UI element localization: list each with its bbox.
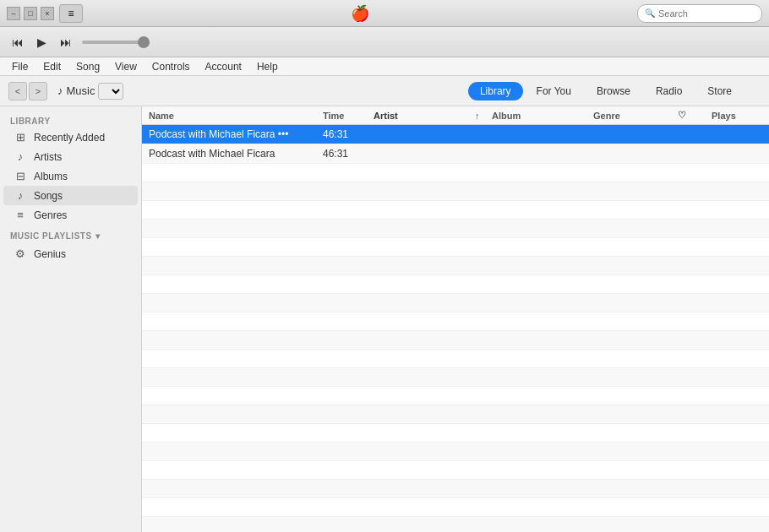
- search-box[interactable]: 🔍: [637, 4, 762, 23]
- cell-time: 46:31: [323, 128, 374, 140]
- genres-icon: ≡: [14, 209, 27, 221]
- sidebar-item-label-recently-added: Recently Added: [34, 132, 105, 144]
- table-row[interactable]: [142, 517, 769, 532]
- transport-bar: ⏮ ▶ ⏭: [0, 27, 769, 57]
- table-row[interactable]: [142, 164, 769, 182]
- music-playlists-header[interactable]: Music Playlists ▾: [0, 228, 141, 244]
- menu-song[interactable]: Song: [69, 59, 106, 74]
- minimize-button[interactable]: –: [7, 7, 20, 20]
- table-row[interactable]: [142, 480, 769, 498]
- table-row[interactable]: Podcast with Michael Ficara ••• 46:31: [142, 125, 769, 144]
- title-bar: – □ × ≡ 🍎 🔍: [0, 0, 769, 27]
- tab-for-you[interactable]: For You: [525, 82, 583, 100]
- maximize-button[interactable]: □: [24, 7, 37, 20]
- table-row[interactable]: [142, 368, 769, 387]
- table-body: Podcast with Michael Ficara ••• 46:31 Po…: [142, 125, 769, 532]
- sidebar-item-albums[interactable]: ⊟ Albums: [3, 166, 138, 186]
- table-row[interactable]: [142, 257, 769, 275]
- table-row[interactable]: [142, 405, 769, 424]
- col-name[interactable]: Name: [149, 111, 323, 121]
- table-row[interactable]: [142, 442, 769, 461]
- title-bar-right: 🔍: [637, 4, 762, 23]
- table-row[interactable]: [142, 331, 769, 350]
- table-row[interactable]: [142, 294, 769, 312]
- menu-edit[interactable]: Edit: [36, 59, 68, 74]
- list-view-button[interactable]: ≡: [59, 4, 83, 23]
- sidebar-item-label-artists: Artists: [34, 151, 62, 163]
- table-row[interactable]: [142, 424, 769, 442]
- content-area: Name Time Artist ↑ Album Genre ♡ Plays P…: [142, 106, 769, 532]
- songs-icon: ♪: [14, 189, 27, 202]
- table-row[interactable]: [142, 182, 769, 201]
- table-row[interactable]: [142, 201, 769, 220]
- tab-store[interactable]: Store: [695, 82, 744, 100]
- col-plays[interactable]: Plays: [712, 111, 762, 121]
- back-button[interactable]: <: [8, 82, 27, 100]
- col-time[interactable]: Time: [323, 111, 374, 121]
- sidebar-item-recently-added[interactable]: ⊞ Recently Added: [3, 128, 138, 147]
- sidebar-item-genius[interactable]: ⚙ Genius: [3, 244, 138, 263]
- sidebar-item-artists[interactable]: ♪ Artists: [3, 147, 138, 166]
- table-row[interactable]: Podcast with Michael Ficara 46:31: [142, 144, 769, 164]
- window-controls: – □ ×: [7, 7, 54, 20]
- chevron-down-icon: ▾: [95, 231, 101, 241]
- library-section-label: Library: [0, 113, 141, 128]
- cell-time: 46:31: [323, 148, 374, 160]
- nav-arrows: < >: [8, 82, 47, 100]
- search-icon: 🔍: [645, 8, 655, 18]
- menu-help[interactable]: Help: [250, 59, 285, 74]
- col-heart: ♡: [678, 110, 712, 121]
- menu-view[interactable]: View: [108, 59, 144, 74]
- rewind-button[interactable]: ⏮: [8, 34, 27, 51]
- menu-bar: File Edit Song View Controls Account Hel…: [0, 57, 769, 76]
- list-icon: ≡: [68, 8, 74, 19]
- table-row[interactable]: [142, 498, 769, 517]
- tab-browse[interactable]: Browse: [585, 82, 642, 100]
- music-text: Music: [67, 84, 95, 97]
- menu-file[interactable]: File: [5, 59, 35, 74]
- sidebar-item-label-genius: Genius: [34, 248, 66, 260]
- table-row[interactable]: [142, 312, 769, 331]
- genius-icon: ⚙: [14, 247, 27, 260]
- table-row[interactable]: [142, 238, 769, 257]
- music-selector[interactable]: [98, 83, 123, 100]
- col-artist[interactable]: Artist: [374, 111, 475, 121]
- sidebar: Library ⊞ Recently Added ♪ Artists ⊟ Alb…: [0, 106, 142, 532]
- col-album[interactable]: Album: [492, 111, 593, 121]
- table-row[interactable]: [142, 387, 769, 405]
- music-label: ♪ Music: [57, 83, 123, 100]
- search-input[interactable]: [658, 8, 755, 19]
- table-row[interactable]: [142, 220, 769, 238]
- table-row[interactable]: [142, 461, 769, 480]
- sidebar-item-label-genres: Genres: [34, 209, 67, 221]
- volume-slider[interactable]: [82, 41, 150, 44]
- table-row[interactable]: [142, 275, 769, 294]
- menu-controls[interactable]: Controls: [145, 59, 197, 74]
- nav-tabs: Library For You Browse Radio Store: [468, 82, 744, 100]
- forward-button[interactable]: >: [29, 82, 47, 100]
- tab-radio[interactable]: Radio: [644, 82, 694, 100]
- tab-library[interactable]: Library: [468, 82, 523, 100]
- albums-icon: ⊟: [14, 170, 27, 182]
- fast-forward-button[interactable]: ⏭: [57, 34, 75, 51]
- close-button[interactable]: ×: [41, 7, 54, 20]
- volume-thumb[interactable]: [138, 36, 150, 48]
- col-genre[interactable]: Genre: [593, 111, 678, 121]
- cell-name: Podcast with Michael Ficara: [149, 148, 323, 160]
- play-button[interactable]: ▶: [34, 34, 50, 51]
- recently-added-icon: ⊞: [14, 131, 27, 144]
- nav-bar: < > ♪ Music Library For You Browse Radio…: [0, 76, 769, 106]
- title-bar-left: – □ × ≡: [7, 4, 83, 23]
- apple-logo: 🍎: [351, 4, 369, 23]
- sidebar-item-songs[interactable]: ♪ Songs: [3, 186, 138, 205]
- main-layout: Library ⊞ Recently Added ♪ Artists ⊟ Alb…: [0, 106, 769, 532]
- table-header: Name Time Artist ↑ Album Genre ♡ Plays: [142, 106, 769, 125]
- table-row[interactable]: [142, 350, 769, 368]
- sidebar-item-genres[interactable]: ≡ Genres: [3, 205, 138, 225]
- menu-account[interactable]: Account: [199, 59, 248, 74]
- sidebar-item-label-albums: Albums: [34, 171, 68, 182]
- artists-icon: ♪: [14, 150, 27, 163]
- cell-name: Podcast with Michael Ficara •••: [149, 128, 323, 140]
- col-sort-arrow: ↑: [475, 111, 492, 121]
- music-playlists-label: Music Playlists: [10, 231, 92, 241]
